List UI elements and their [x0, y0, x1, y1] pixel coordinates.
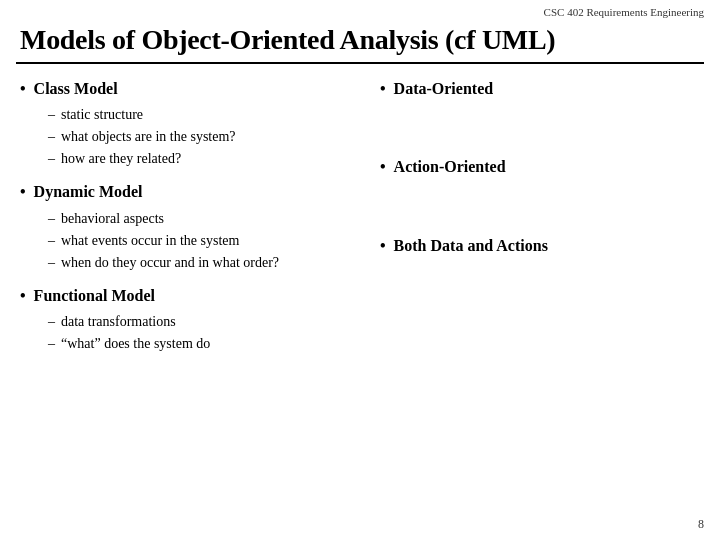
dynamic-model-subitems: – behavioral aspects – what events occur… [48, 208, 340, 273]
bullet-main-data: • Data-Oriented [380, 78, 700, 100]
bullet-main-both: • Both Data and Actions [380, 235, 700, 257]
bullet-dot-data: • [380, 78, 386, 100]
bullet-data-oriented: • Data-Oriented [380, 78, 700, 100]
bullet-dot-action: • [380, 156, 386, 178]
bullet-main-dynamic: • Dynamic Model [20, 181, 340, 203]
bullet-main-action: • Action-Oriented [380, 156, 700, 178]
list-item: – how are they related? [48, 148, 340, 169]
bullet-both: • Both Data and Actions [380, 235, 700, 257]
sub-text: what objects are in the system? [61, 126, 236, 147]
dash-icon: – [48, 208, 55, 229]
sub-text: data transformations [61, 311, 176, 332]
list-item: – data transformations [48, 311, 340, 332]
page-number: 8 [698, 517, 704, 532]
sub-text: static structure [61, 104, 143, 125]
list-item: – “what” does the system do [48, 333, 340, 354]
dash-icon: – [48, 252, 55, 273]
sub-text: how are they related? [61, 148, 181, 169]
left-column: • Class Model – static structure – what … [20, 78, 360, 366]
bullet-class-model: • Class Model – static structure – what … [20, 78, 340, 169]
dash-icon: – [48, 104, 55, 125]
list-item: – what objects are in the system? [48, 126, 340, 147]
dash-icon: – [48, 230, 55, 251]
bullet-dot-functional: • [20, 285, 26, 307]
bullet-action-oriented: • Action-Oriented [380, 156, 700, 178]
sub-text: what events occur in the system [61, 230, 239, 251]
right-column: • Data-Oriented • Action-Oriented • Both… [360, 78, 700, 366]
list-item: – behavioral aspects [48, 208, 340, 229]
header: CSC 402 Requirements Engineering [0, 0, 720, 20]
bullet-dot-both: • [380, 235, 386, 257]
sub-text: behavioral aspects [61, 208, 164, 229]
sub-text: when do they occur and in what order? [61, 252, 279, 273]
dash-icon: – [48, 311, 55, 332]
action-oriented-label: Action-Oriented [394, 156, 506, 178]
dash-icon: – [48, 333, 55, 354]
functional-model-label: Functional Model [34, 285, 155, 307]
functional-model-subitems: – data transformations – “what” does the… [48, 311, 340, 354]
dynamic-model-label: Dynamic Model [34, 181, 143, 203]
list-item: – when do they occur and in what order? [48, 252, 340, 273]
bullet-functional-model: • Functional Model – data transformation… [20, 285, 340, 354]
data-oriented-label: Data-Oriented [394, 78, 494, 100]
dash-icon: – [48, 126, 55, 147]
bullet-main-class: • Class Model [20, 78, 340, 100]
list-item: – what events occur in the system [48, 230, 340, 251]
class-model-subitems: – static structure – what objects are in… [48, 104, 340, 169]
bullet-dynamic-model: • Dynamic Model – behavioral aspects – w… [20, 181, 340, 272]
dash-icon: – [48, 148, 55, 169]
slide: CSC 402 Requirements Engineering Models … [0, 0, 720, 540]
list-item: – static structure [48, 104, 340, 125]
sub-text: “what” does the system do [61, 333, 210, 354]
class-model-label: Class Model [34, 78, 118, 100]
bullet-main-functional: • Functional Model [20, 285, 340, 307]
course-title: CSC 402 Requirements Engineering [544, 6, 704, 18]
both-label: Both Data and Actions [394, 235, 548, 257]
bullet-dot-dynamic: • [20, 181, 26, 203]
page-title: Models of Object-Oriented Analysis (cf U… [0, 20, 720, 62]
bullet-dot-class: • [20, 78, 26, 100]
content-area: • Class Model – static structure – what … [0, 64, 720, 366]
